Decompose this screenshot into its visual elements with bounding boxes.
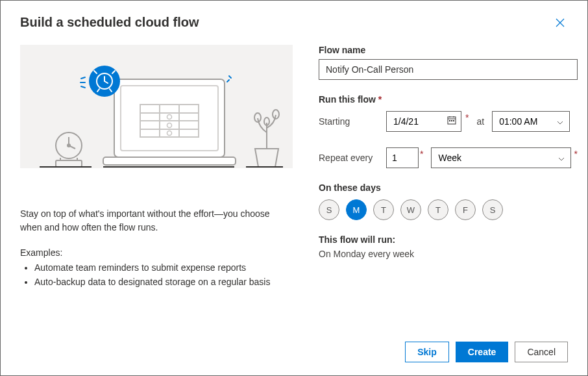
list-item: Auto-backup data to designated storage o… bbox=[34, 275, 293, 289]
examples-heading: Examples: bbox=[20, 247, 293, 258]
flow-name-input[interactable] bbox=[319, 59, 578, 80]
days-row: S M T W T F S bbox=[319, 199, 578, 220]
examples-list: Automate team reminders to submit expens… bbox=[20, 260, 293, 290]
close-button[interactable] bbox=[552, 15, 568, 31]
skip-button[interactable]: Skip bbox=[405, 342, 449, 362]
time-select[interactable] bbox=[492, 111, 570, 132]
starting-row: Starting * at bbox=[319, 111, 578, 132]
dialog-header: Build a scheduled cloud flow bbox=[1, 1, 587, 37]
cancel-button[interactable]: Cancel bbox=[515, 342, 568, 362]
at-label: at bbox=[476, 116, 484, 127]
day-friday[interactable]: F bbox=[455, 199, 476, 220]
days-label: On these days bbox=[319, 182, 578, 193]
list-item: Automate team reminders to submit expens… bbox=[34, 260, 293, 275]
left-panel: Stay on top of what's important without … bbox=[20, 37, 293, 331]
summary-label: This flow will run: bbox=[319, 234, 578, 245]
svg-rect-5 bbox=[56, 160, 82, 167]
flow-name-label: Flow name bbox=[319, 45, 578, 55]
dialog-footer: Skip Create Cancel bbox=[1, 331, 587, 375]
day-thursday[interactable]: T bbox=[428, 199, 448, 220]
days-section: On these days S M T W T F S bbox=[319, 182, 578, 220]
svg-rect-11 bbox=[103, 157, 236, 165]
repeat-label: Repeat every bbox=[319, 153, 378, 163]
create-button[interactable]: Create bbox=[456, 342, 509, 362]
summary-section: This flow will run: On Monday every week bbox=[319, 234, 578, 259]
run-section: Run this flow * Starting * at bbox=[319, 94, 578, 168]
summary-text: On Monday every week bbox=[319, 249, 578, 259]
repeat-row: Repeat every * * bbox=[319, 147, 578, 168]
starting-date-input[interactable] bbox=[386, 111, 461, 132]
description-text: Stay on top of what's important without … bbox=[20, 207, 293, 234]
dialog-body: Stay on top of what's important without … bbox=[1, 37, 587, 331]
day-monday[interactable]: M bbox=[346, 199, 367, 220]
flow-name-section: Flow name bbox=[319, 45, 578, 80]
right-panel: Flow name Run this flow * Starting * at bbox=[319, 37, 578, 331]
illustration bbox=[20, 45, 293, 168]
day-wednesday[interactable]: W bbox=[400, 199, 421, 220]
starting-label: Starting bbox=[319, 116, 378, 127]
close-icon bbox=[556, 18, 565, 27]
unit-select[interactable] bbox=[431, 147, 571, 168]
scheduled-flow-dialog: Build a scheduled cloud flow bbox=[0, 0, 588, 376]
svg-rect-10 bbox=[121, 86, 218, 151]
dialog-title: Build a scheduled cloud flow bbox=[20, 15, 199, 30]
day-saturday[interactable]: S bbox=[482, 199, 503, 220]
day-sunday[interactable]: S bbox=[319, 199, 339, 220]
run-label: Run this flow * bbox=[319, 94, 578, 105]
interval-input[interactable] bbox=[386, 147, 419, 168]
day-tuesday[interactable]: T bbox=[373, 199, 394, 220]
